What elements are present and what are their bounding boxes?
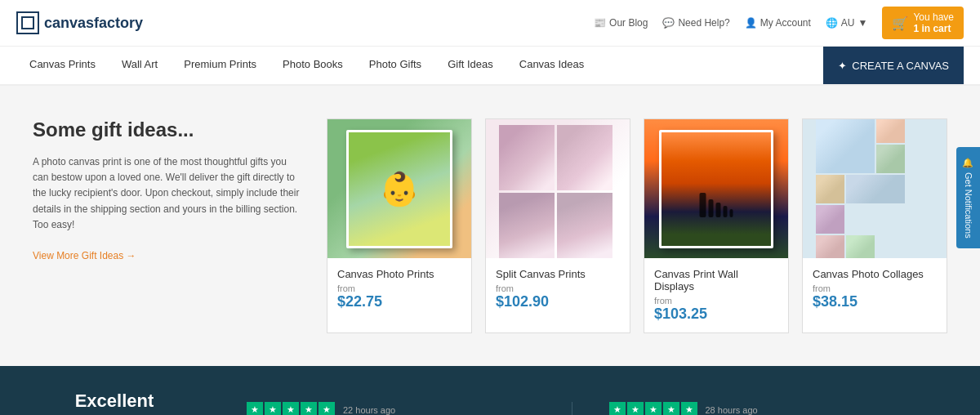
notification-label: Get Notifications <box>964 172 973 239</box>
account-icon: 👤 <box>745 17 757 29</box>
product-card-wall-displays[interactable]: Canvas Print Wall Displays from $103.25 <box>644 118 789 333</box>
product-card-canvas-photo-prints[interactable]: Canvas Photo Prints from $22.75 <box>327 118 472 333</box>
review-header-1: ★ ★ ★ ★ ★ 22 hours ago <box>247 402 535 416</box>
logo[interactable]: canvasfactory <box>16 11 143 34</box>
nav-canvas-prints[interactable]: Canvas Prints <box>16 47 109 84</box>
page-title: Some gift ideas... <box>33 118 302 141</box>
nav-canvas-ideas[interactable]: Canvas Ideas <box>506 47 598 84</box>
view-more-link[interactable]: View More Gift Ideas → <box>33 250 136 261</box>
from-label: from <box>654 296 778 306</box>
product-price: $102.90 <box>496 293 549 310</box>
help-icon: 💬 <box>662 17 675 29</box>
create-canvas-button[interactable]: ✦ CREATE A CANVAS <box>823 47 964 84</box>
product-image-sunset <box>644 119 788 258</box>
collage-piece-4 <box>816 175 844 203</box>
trustpilot-summary: Excellent ★ ★ ★ ★ ★ Based on 2,615 revie… <box>33 390 196 415</box>
product-card-photo-collages[interactable]: Canvas Photo Collages from $38.15 <box>802 118 947 333</box>
cart-label: You have <box>913 11 954 23</box>
review-card-1: ★ ★ ★ ★ ★ 22 hours ago Easy process Easy… <box>247 402 535 416</box>
product-image-baby <box>327 119 471 258</box>
products-grid: Canvas Photo Prints from $22.75 Split Ca… <box>327 118 947 333</box>
collage-piece-2 <box>876 119 905 143</box>
r-star-5: ★ <box>318 402 335 416</box>
r-star-4: ★ <box>301 402 317 416</box>
nav-photo-gifts[interactable]: Photo Gifts <box>356 47 434 84</box>
collage-piece-6 <box>846 175 905 203</box>
canvas-baby-image <box>346 130 452 248</box>
product-info: Canvas Photo Collages from $38.15 <box>803 258 947 320</box>
product-info: Canvas Photo Prints from $22.75 <box>327 258 471 320</box>
product-name: Canvas Photo Collages <box>813 268 937 280</box>
product-image-collage <box>803 119 947 258</box>
product-price: $22.75 <box>337 293 382 310</box>
product-name: Split Canvas Prints <box>496 268 620 280</box>
collage-piece-3 <box>876 145 905 173</box>
split-piece-4 <box>557 193 612 258</box>
hero-description: A photo canvas print is one of the most … <box>33 154 302 233</box>
notification-sidebar[interactable]: 🔔 Get Notifications <box>956 147 980 248</box>
nav-gift-ideas[interactable]: Gift Ideas <box>434 47 506 84</box>
canvas-sunset-image <box>659 130 773 248</box>
globe-icon: 🌐 <box>826 17 838 29</box>
cart-button[interactable]: 🛒 You have 1 in cart <box>882 7 964 39</box>
region-label: AU <box>841 17 855 29</box>
collage-piece-1 <box>816 119 875 173</box>
logo-box-inner <box>21 16 34 29</box>
nav-photo-books[interactable]: Photo Books <box>270 47 356 84</box>
cart-info: You have 1 in cart <box>913 11 954 34</box>
blog-icon: 📰 <box>594 17 606 29</box>
help-label: Need Help? <box>678 17 729 29</box>
product-info: Canvas Print Wall Displays from $103.25 <box>644 258 788 332</box>
collage-grid-image <box>816 119 934 258</box>
logo-box <box>16 11 39 34</box>
from-label: from <box>496 283 620 293</box>
region-link[interactable]: 🌐 AU ▼ <box>826 17 868 29</box>
trustpilot-rating-label: Excellent <box>33 390 196 412</box>
trustpilot-section: Excellent ★ ★ ★ ★ ★ Based on 2,615 revie… <box>0 366 980 415</box>
main-nav: Canvas Prints Wall Art Premium Prints Ph… <box>0 47 980 86</box>
collage-piece-8 <box>846 235 875 259</box>
product-info: Split Canvas Prints from $102.90 <box>486 258 630 320</box>
nav-premium-prints[interactable]: Premium Prints <box>171 47 270 84</box>
chevron-down-icon: ▼ <box>858 17 868 29</box>
top-bar: canvasfactory 📰 Our Blog 💬 Need Help? 👤 … <box>0 0 980 47</box>
blog-label: Our Blog <box>609 17 648 29</box>
logo-bold: canvas <box>44 15 94 31</box>
create-canvas-icon: ✦ <box>838 60 847 72</box>
cart-count: 1 in cart <box>913 23 954 34</box>
review-stars-2: ★ ★ ★ ★ ★ <box>609 402 697 416</box>
account-link[interactable]: 👤 My Account <box>745 17 811 29</box>
main-content: Some gift ideas... A photo canvas print … <box>0 86 980 366</box>
logo-light: factory <box>94 15 143 31</box>
logo-text: canvasfactory <box>44 15 143 32</box>
product-price: $103.25 <box>654 306 707 322</box>
review-stars-1: ★ ★ ★ ★ ★ <box>247 402 335 416</box>
review-header-2: ★ ★ ★ ★ ★ 28 hours ago <box>609 402 898 416</box>
create-canvas-label: CREATE A CANVAS <box>852 60 949 72</box>
nav-wall-art[interactable]: Wall Art <box>109 47 171 84</box>
r-star-3: ★ <box>645 402 662 416</box>
notification-icon: 🔔 <box>963 157 973 167</box>
product-card-split-canvas-prints[interactable]: Split Canvas Prints from $102.90 <box>485 118 630 333</box>
top-links: 📰 Our Blog 💬 Need Help? 👤 My Account 🌐 A… <box>594 7 964 39</box>
product-image-bouquet <box>486 119 630 258</box>
product-price: $38.15 <box>813 293 858 310</box>
r-star-1: ★ <box>247 402 263 416</box>
gift-intro-section: Some gift ideas... A photo canvas print … <box>33 118 302 333</box>
cart-icon: 🛒 <box>892 16 908 31</box>
r-star-4: ★ <box>663 402 679 416</box>
r-star-3: ★ <box>283 402 299 416</box>
blog-link[interactable]: 📰 Our Blog <box>594 17 648 29</box>
review-time-2: 28 hours ago <box>706 405 758 415</box>
split-piece-2 <box>557 125 612 190</box>
r-star-5: ★ <box>681 402 697 416</box>
reviews-divider <box>572 402 572 416</box>
r-star-1: ★ <box>609 402 626 416</box>
account-label: My Account <box>760 17 811 29</box>
product-name: Canvas Print Wall Displays <box>654 268 778 292</box>
help-link[interactable]: 💬 Need Help? <box>662 17 729 29</box>
product-name: Canvas Photo Prints <box>337 268 461 280</box>
split-piece-3 <box>499 193 555 258</box>
split-canvas-image <box>499 125 617 258</box>
review-time-1: 22 hours ago <box>343 405 395 415</box>
